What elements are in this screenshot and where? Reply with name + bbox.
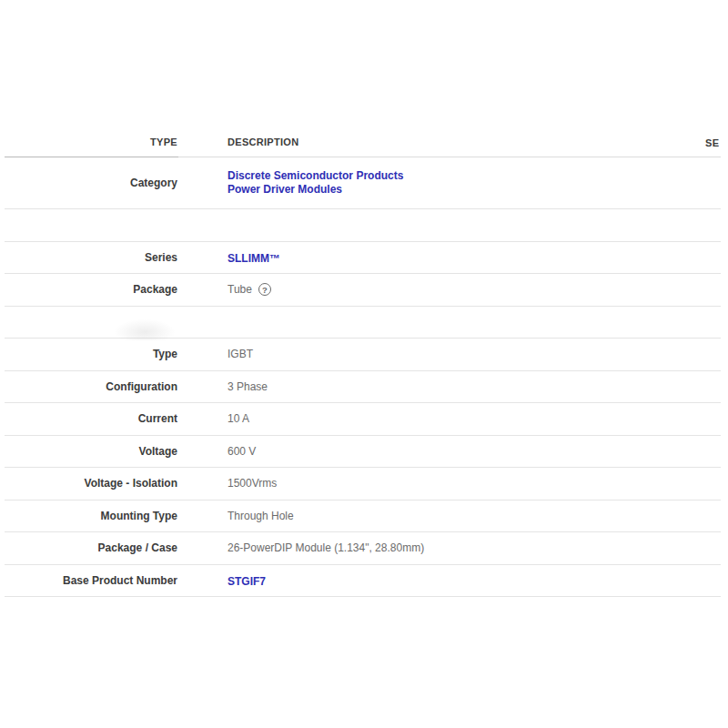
- attribute-row-category: Category Discrete Semiconductor Products…: [5, 157, 721, 209]
- attribute-row-voltage-isolation: Voltage - Isolation 1500Vrms: [5, 468, 721, 500]
- attribute-row-empty: [5, 209, 721, 242]
- attribute-row-current: Current 10 A: [5, 403, 721, 436]
- attribute-row-base-product-number: Base Product Number STGIF7: [5, 565, 721, 598]
- attribute-label: Package / Case: [5, 541, 177, 554]
- attribute-value: 600 V: [228, 445, 721, 458]
- attribute-value: 3 Phase: [228, 380, 721, 393]
- attribute-label: Voltage: [5, 445, 177, 458]
- attribute-value: 26-PowerDIP Module (1.134", 28.80mm): [228, 541, 721, 554]
- attribute-value: SLLIMM™: [228, 249, 721, 266]
- attribute-row-series: Series SLLIMM™: [5, 242, 721, 275]
- attribute-label: Category: [5, 177, 177, 189]
- attribute-label: Series: [5, 251, 177, 264]
- base-product-number-link[interactable]: STGIF7: [228, 575, 266, 589]
- attribute-row-configuration: Configuration 3 Phase: [5, 371, 721, 404]
- attribute-value: STGIF7: [228, 572, 721, 589]
- series-link[interactable]: SLLIMM™: [228, 252, 280, 266]
- attribute-value: IGBT: [228, 348, 721, 360]
- attribute-label: Configuration: [5, 380, 177, 393]
- attribute-value: Discrete Semiconductor Products Power Dr…: [228, 169, 721, 197]
- attribute-row-package: Package Tube ?: [5, 274, 721, 307]
- attribute-row-package-case: Package / Case 26-PowerDIP Module (1.134…: [5, 532, 721, 565]
- attribute-value: 10 A: [228, 412, 721, 425]
- attribute-label: Mounting Type: [5, 510, 177, 522]
- category-link-power-driver-modules[interactable]: Power Driver Modules: [228, 183, 721, 197]
- attribute-value: Tube ?: [228, 283, 721, 296]
- package-value: Tube: [228, 283, 252, 296]
- header-description: DESCRIPTION: [228, 136, 721, 147]
- attribute-value: Through Hole: [228, 510, 721, 522]
- question-mark-circle-icon[interactable]: ?: [258, 283, 271, 296]
- attribute-row-empty: [5, 307, 721, 339]
- table-header-row: TYPE DESCRIPTION SELECT ALL: [5, 127, 721, 157]
- category-link-discrete-semiconductor[interactable]: Discrete Semiconductor Products: [228, 169, 721, 183]
- header-underline: [5, 157, 178, 157]
- attribute-label: Voltage - Isolation: [5, 477, 177, 490]
- attribute-row-mounting-type: Mounting Type Through Hole: [5, 500, 721, 533]
- attribute-row-voltage: Voltage 600 V: [5, 436, 721, 469]
- header-type: TYPE: [5, 136, 177, 147]
- attribute-row-type: Type IGBT: [5, 339, 721, 371]
- attribute-value: 1500Vrms: [228, 477, 721, 490]
- attribute-label: Base Product Number: [5, 574, 177, 587]
- product-attributes-table: TYPE DESCRIPTION SELECT ALL Category Dis…: [0, 127, 728, 597]
- header-select-all: SELECT ALL: [705, 127, 719, 157]
- attribute-label: Type: [5, 348, 177, 360]
- attribute-label: Package: [5, 283, 177, 296]
- attribute-label: Current: [5, 412, 177, 425]
